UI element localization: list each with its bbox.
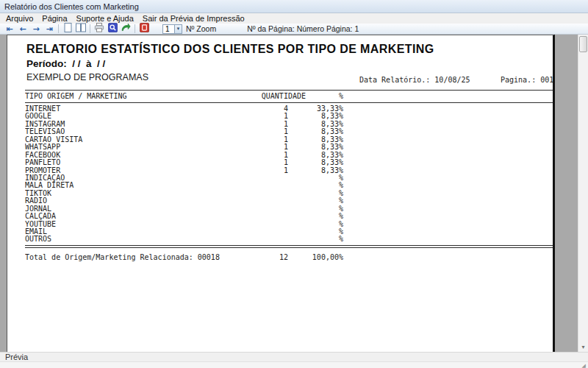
zoom-label: Nº Zoom — [186, 24, 216, 33]
app-window: Relatório dos Clientes com Marketing Arq… — [0, 0, 588, 368]
cell-pct: 8,33% — [288, 159, 343, 166]
cell-qty — [222, 236, 288, 243]
cell-origin: MALA DIRETA — [25, 182, 222, 189]
cell-qty: 1 — [222, 152, 288, 159]
menu-item-suporte[interactable]: Suporte e Ajuda — [72, 14, 138, 23]
zoom-dropdown[interactable]: 1 ▼ — [162, 24, 182, 34]
report-page: RELATORIO ESTATÍSTICO DOS CLIENTES POR T… — [7, 35, 555, 352]
export-button[interactable] — [119, 24, 132, 34]
menubar: Arquivo Página Suporte e Ajuda Sair da P… — [0, 13, 588, 24]
cell-origin: TELEVISÃO — [25, 128, 222, 135]
cell-qty: 1 — [222, 113, 288, 120]
cell-origin: CARTÃO VISITA — [25, 136, 222, 144]
vertical-scrollbar[interactable]: ▾ — [578, 35, 588, 352]
magnifier-page-icon — [108, 23, 118, 35]
menu-item-arquivo[interactable]: Arquivo — [1, 14, 37, 23]
cell-qty — [222, 205, 288, 213]
zoom-dropdown-value: 1 — [163, 25, 174, 33]
cell-origin: EMAIL — [25, 228, 222, 236]
single-page-view-button[interactable] — [61, 24, 74, 34]
cell-qty: 1 — [222, 159, 288, 166]
first-page-button[interactable]: ⇤ — [3, 24, 16, 34]
report-page-number: Pagina.: 001 — [501, 74, 553, 86]
cell-qty: 1 — [222, 167, 288, 174]
cell-pct: % — [288, 190, 343, 197]
cell-qty — [222, 174, 288, 182]
menu-item-sair-previa[interactable]: Sair da Prévia de Impressão — [138, 14, 249, 23]
cell-qty — [222, 190, 288, 197]
cell-qty: 1 — [222, 128, 288, 135]
report-date: Data Relatório.: 10/08/25 — [359, 74, 470, 86]
cell-pct: % — [288, 236, 343, 243]
header-origin: TIPO ORIGEM / MARKETING — [25, 92, 222, 101]
horizontal-scrollbar[interactable]: ◢ — [0, 361, 588, 368]
first-page-icon: ⇤ — [6, 25, 12, 33]
cell-qty — [222, 213, 288, 220]
cell-qty — [222, 221, 288, 228]
export-arrow-icon — [121, 23, 131, 35]
chevron-down-icon[interactable]: ▼ — [174, 25, 182, 33]
toolbar-separator — [58, 24, 59, 33]
print-button[interactable] — [93, 24, 106, 34]
cell-origin: INTERNET — [25, 105, 222, 113]
rule-header-bottom — [25, 102, 554, 103]
table-total-row: Total de Origem/Marketing Relacionada: 0… — [25, 253, 343, 262]
table-row: INTERNET433,33% — [25, 105, 343, 113]
cell-origin: CALÇADA — [25, 213, 222, 220]
previous-page-icon: ← — [19, 25, 26, 33]
exit-icon — [140, 23, 149, 35]
resize-grip-icon: ◢ — [582, 364, 586, 368]
table-row: PANFLETO18,33% — [25, 159, 343, 166]
last-page-button[interactable]: ⇥ — [43, 24, 56, 34]
report-period: Período: / / à / / — [26, 56, 553, 71]
table-row: RÁDIO% — [25, 197, 343, 205]
two-page-view-button[interactable] — [74, 24, 87, 34]
table-row: CARTÃO VISITA18,33% — [25, 136, 343, 144]
cell-qty — [222, 228, 288, 236]
page-number-label: Nº da Página: Número Página: 1 — [247, 24, 359, 33]
rule-double — [25, 245, 554, 248]
scroll-down-icon[interactable]: ▾ — [578, 344, 588, 351]
table-row: YOUTUBE% — [25, 221, 343, 228]
toolbar-separator — [90, 24, 90, 33]
single-page-icon — [64, 23, 72, 35]
cell-qty: 1 — [222, 144, 288, 151]
cell-qty — [222, 182, 288, 189]
cell-origin: TIKTOK — [25, 190, 222, 197]
table-row: WHATSAPP18,33% — [25, 144, 343, 151]
cell-origin: YOUTUBE — [25, 221, 222, 228]
next-page-button[interactable]: → — [29, 24, 43, 34]
cell-qty: 1 — [222, 136, 288, 144]
toolbar: ⇤ ← → ⇥ — [0, 24, 588, 35]
titlebar: Relatório dos Clientes com Marketing — [0, 0, 588, 13]
cell-origin: PANFLETO — [25, 159, 222, 166]
printer-icon — [94, 23, 104, 35]
cell-pct: 8,33% — [288, 167, 343, 174]
table-row: TIKTOK% — [25, 190, 343, 197]
total-label: Total de Origem/Marketing Relacionada: 0… — [25, 253, 222, 262]
table-row: INDICAÇÃO% — [25, 174, 343, 182]
two-page-icon — [76, 23, 86, 35]
cell-origin: WHATSAPP — [25, 144, 222, 151]
cell-pct: % — [288, 182, 343, 189]
table-row: GOOGLE18,33% — [25, 113, 343, 120]
last-page-icon: ⇥ — [46, 25, 52, 33]
cell-pct: % — [288, 197, 343, 205]
total-quantity: 12 — [222, 253, 288, 262]
previous-page-button[interactable]: ← — [16, 24, 29, 34]
table-row: TELEVISÃO18,33% — [25, 128, 343, 135]
report-subheader: EXEMPLO DE PROGRAMAS Data Relatório.: 10… — [26, 71, 553, 84]
rule-top — [25, 90, 554, 91]
report-title: RELATORIO ESTATÍSTICO DOS CLIENTES POR T… — [26, 42, 553, 56]
cell-origin: GOOGLE — [25, 113, 222, 120]
zoom-preview-button[interactable] — [106, 24, 119, 34]
status-text: Prévia — [5, 353, 28, 361]
table-header: TIPO ORIGEM / MARKETING QUANTIDADE % — [25, 92, 343, 101]
cell-origin: INDICAÇÃO — [25, 174, 222, 182]
scrollbar-thumb[interactable] — [579, 36, 587, 52]
cell-origin: RÁDIO — [25, 197, 222, 205]
menu-item-pagina[interactable]: Página — [37, 14, 71, 23]
next-page-icon: → — [32, 25, 39, 33]
cell-pct: % — [288, 213, 343, 220]
exit-preview-button[interactable] — [137, 24, 151, 34]
